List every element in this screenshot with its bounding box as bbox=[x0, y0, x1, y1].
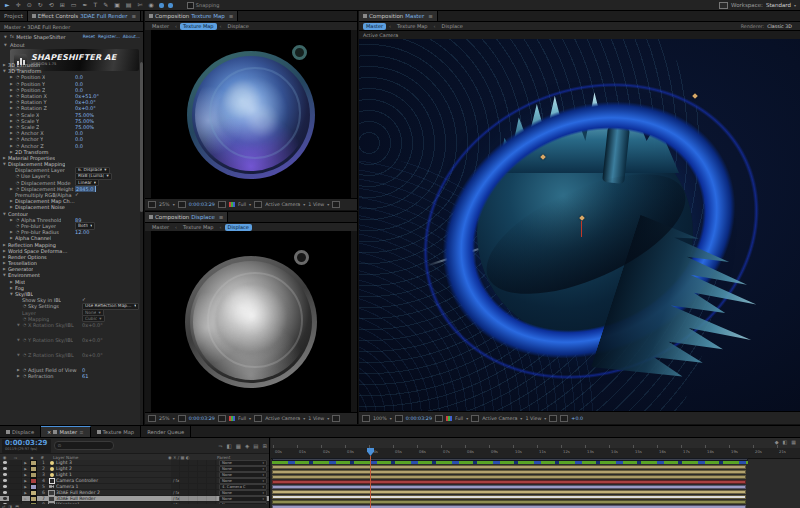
param-value[interactable]: 12.00 bbox=[75, 229, 89, 235]
panel-menu-icon[interactable]: ≡ bbox=[79, 429, 83, 435]
layer-bar-2[interactable] bbox=[272, 470, 746, 474]
comp-button-icon[interactable]: ◧ bbox=[783, 439, 788, 445]
stopwatch-icon[interactable]: ◔ bbox=[15, 223, 20, 229]
twirl-icon[interactable]: ▶ bbox=[9, 143, 14, 149]
viewer-timecode[interactable]: 0:00:03:29 bbox=[189, 202, 215, 207]
effect-header-row[interactable]: ▼ fx Mettle ShapeShifter ResetRegister..… bbox=[0, 32, 143, 41]
channel-icon[interactable] bbox=[229, 416, 235, 421]
brainstorm-icon[interactable]: ⊞ bbox=[262, 443, 267, 449]
param-row-x-rotation-sky-ibl[interactable]: ▼◔X Rotation Sky/IBL0x+0.0° bbox=[0, 322, 139, 337]
eye-icon[interactable] bbox=[3, 473, 7, 476]
audio-solo-lock-cells[interactable] bbox=[9, 490, 22, 495]
in-out-columns-icon[interactable]: ⬒ bbox=[15, 504, 19, 508]
param-checkbox[interactable]: ✓ bbox=[75, 192, 79, 198]
chevron-down-icon[interactable]: ▾ bbox=[262, 485, 264, 489]
twirl-icon[interactable]: ▶ bbox=[16, 373, 21, 379]
effect-link-register[interactable]: Register... bbox=[98, 34, 120, 39]
tab-composition-texture-map[interactable]: Composition Texture Map ≡ bbox=[145, 11, 238, 21]
effect-controls-scrollbar[interactable] bbox=[140, 62, 143, 425]
crumb-texture-map[interactable]: Texture Map bbox=[394, 23, 430, 30]
layer-bar-3[interactable] bbox=[272, 475, 746, 479]
twirl-icon[interactable]: ▶ bbox=[2, 242, 7, 248]
param-value[interactable]: 0.0 bbox=[75, 87, 83, 93]
crumb-master[interactable]: Master bbox=[149, 23, 172, 30]
param-row-position-z[interactable]: ▶◔Position Z0.0 bbox=[0, 87, 139, 93]
view-layout[interactable]: 1 View bbox=[308, 202, 324, 207]
parent-dropdown[interactable]: None▾ bbox=[219, 502, 267, 505]
twirl-icon[interactable]: ▼ bbox=[16, 352, 21, 358]
chevron-down-icon[interactable]: ▾ bbox=[794, 3, 796, 8]
param-value[interactable]: 0.0 bbox=[75, 74, 83, 80]
twirl-icon[interactable]: ▼ bbox=[16, 337, 21, 343]
twirl-icon[interactable]: ▼ bbox=[9, 291, 14, 297]
param-value[interactable]: 0 bbox=[82, 367, 85, 373]
twirl-icon[interactable]: ▶ bbox=[2, 260, 7, 266]
chevron-down-icon[interactable]: ▾ bbox=[262, 467, 264, 471]
region-of-interest-icon[interactable] bbox=[471, 415, 479, 422]
twirl-icon[interactable]: ▶ bbox=[2, 155, 7, 161]
layer-bar-5[interactable] bbox=[272, 485, 746, 489]
stopwatch-icon[interactable]: ◔ bbox=[15, 143, 20, 149]
layer-name[interactable]: 3DAE Full Render 2 bbox=[56, 490, 171, 495]
param-value[interactable]: 0.0 bbox=[75, 143, 83, 149]
workspace-value[interactable]: Standard bbox=[766, 2, 791, 8]
layer-bar-7[interactable] bbox=[272, 495, 746, 499]
type-tool-icon[interactable]: T bbox=[92, 1, 98, 9]
layer-switches[interactable]: ∕ fx bbox=[171, 502, 217, 504]
audio-solo-lock-cells[interactable] bbox=[9, 460, 22, 465]
transfer-controls-icon[interactable]: ◨ bbox=[8, 504, 12, 508]
magnification-icon[interactable] bbox=[362, 415, 370, 422]
twirl-icon[interactable]: ▶ bbox=[9, 124, 14, 130]
param-row-scale-y[interactable]: ▶◔Scale Y75.00% bbox=[0, 118, 139, 124]
stopwatch-icon[interactable]: ◔ bbox=[22, 322, 27, 328]
layer-bar-8[interactable] bbox=[272, 500, 746, 504]
twirl-icon[interactable]: ▶ bbox=[9, 149, 14, 155]
displace-viewport[interactable] bbox=[145, 231, 357, 413]
stopwatch-icon[interactable]: ◔ bbox=[15, 93, 20, 99]
param-row-anchor-x[interactable]: ▶◔Anchor X0.0 bbox=[0, 130, 139, 136]
twirl-icon[interactable]: ▼ bbox=[16, 322, 21, 328]
param-row-rotation-x[interactable]: ▶◔Rotation X0x+51.0° bbox=[0, 93, 139, 99]
stopwatch-icon[interactable]: ◔ bbox=[15, 229, 20, 235]
stopwatch-icon[interactable]: ◔ bbox=[15, 124, 20, 130]
layer-switches[interactable]: ∕ fx bbox=[171, 490, 217, 495]
panel-menu-icon[interactable]: ≡ bbox=[219, 214, 224, 220]
layer-twirl-icon[interactable]: ▶ bbox=[22, 491, 29, 495]
tab-composition-displace[interactable]: Composition Displace ≡ bbox=[145, 212, 228, 222]
twirl-icon[interactable]: ▶ bbox=[2, 62, 7, 68]
eye-icon[interactable] bbox=[3, 479, 7, 482]
stopwatch-icon[interactable]: ◔ bbox=[15, 99, 20, 105]
twirl-icon[interactable]: ▶ bbox=[2, 248, 7, 254]
audio-solo-lock-cells[interactable] bbox=[9, 496, 22, 501]
timeline-track-area[interactable]: ◆ ◧ ▦ 00s01s02s03s04s05s06s07s08s09s10s1… bbox=[271, 438, 800, 508]
close-icon[interactable]: ≡ bbox=[132, 13, 137, 19]
expand-layers-icon[interactable]: ⇄ bbox=[2, 504, 5, 508]
magnification-icon[interactable] bbox=[148, 415, 156, 422]
label-color-chip[interactable] bbox=[29, 502, 37, 505]
character-panel-icon[interactable] bbox=[159, 3, 164, 8]
chevron-down-icon[interactable]: ▾ bbox=[94, 180, 96, 186]
timeline-search-input[interactable]: ⊙ bbox=[54, 441, 114, 450]
layer-switches[interactable] bbox=[171, 472, 217, 477]
layer-name[interactable]: Light 1 bbox=[56, 472, 171, 477]
pen-tool-icon[interactable]: ✒ bbox=[81, 1, 88, 9]
twirl-icon[interactable]: ▶ bbox=[9, 130, 14, 136]
param-row-refraction[interactable]: ▶◔Refraction61 bbox=[0, 373, 139, 379]
layer-switches[interactable] bbox=[171, 466, 217, 471]
snapping-checkbox[interactable] bbox=[187, 2, 194, 9]
twirl-icon[interactable]: ▼ bbox=[2, 161, 7, 167]
viewer-timecode[interactable]: 0:00:03:29 bbox=[189, 416, 215, 421]
param-value[interactable]: 0x+0.0° bbox=[75, 99, 96, 105]
flowchart-icon[interactable] bbox=[560, 415, 568, 422]
twirl-icon[interactable]: ▶ bbox=[9, 99, 14, 105]
audio-solo-lock-cells[interactable] bbox=[9, 484, 22, 489]
twirl-icon[interactable]: ▼ bbox=[2, 272, 7, 278]
panel-menu-icon[interactable]: ≡ bbox=[428, 13, 433, 19]
param-row-rotation-y[interactable]: ▶◔Rotation Y0x+0.0° bbox=[0, 99, 139, 105]
stopwatch-icon[interactable]: ◔ bbox=[15, 118, 20, 124]
crumb-texture-map[interactable]: Texture Map bbox=[180, 224, 216, 231]
eraser-tool-icon[interactable]: ▤ bbox=[125, 1, 133, 9]
effect-link-reset[interactable]: Reset bbox=[83, 34, 95, 39]
layer-twirl-icon[interactable]: ▶ bbox=[22, 503, 29, 505]
chevron-down-icon[interactable]: ▾ bbox=[262, 503, 264, 505]
